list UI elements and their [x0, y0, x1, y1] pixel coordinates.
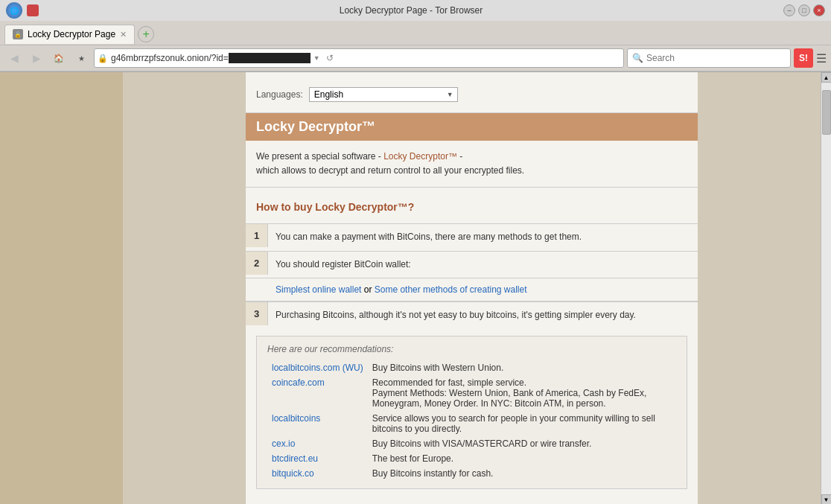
- step-3-row: 3 Purchasing Bitcoins, although it's not…: [246, 302, 698, 328]
- language-section: Languages: English Russian German French…: [246, 80, 698, 112]
- search-input[interactable]: [646, 53, 786, 63]
- sync-icon: S!: [794, 48, 813, 68]
- scroll-thumb[interactable]: [822, 90, 831, 135]
- forward-button[interactable]: ▶: [27, 48, 46, 68]
- url-redacted: [229, 53, 311, 63]
- active-tab[interactable]: 🔒 Locky Decryptor Page ✕: [4, 25, 135, 44]
- rec-link-btcdirect[interactable]: btcdirect.eu: [272, 453, 318, 464]
- rec-link-localbitcoins-wu[interactable]: localbitcoins.com (WU): [272, 363, 363, 373]
- rec-table: localbitcoins.com (WU) Buy Bitcoins with…: [267, 360, 676, 481]
- language-select-wrapper[interactable]: English Russian German French Spanish: [309, 87, 458, 102]
- window-controls[interactable]: – □ ×: [783, 4, 825, 16]
- tab-bar: 🔒 Locky Decryptor Page ✕ +: [0, 21, 831, 45]
- rec-desc-1a: Recommended for fast, simple service.: [372, 377, 526, 388]
- maximize-button[interactable]: □: [798, 4, 810, 16]
- minimize-button[interactable]: –: [783, 4, 795, 16]
- rec-title: Here are our recommendations:: [267, 344, 676, 354]
- intro-line2: which allows to decrypt and return contr…: [256, 165, 524, 176]
- url-security-icon: 🔒: [98, 54, 108, 63]
- step-2-content: You should register BitCoin wallet:: [268, 252, 698, 278]
- browser-chrome: 🌐 Locky Decryptor Page - Tor Browser – □…: [0, 0, 831, 72]
- home-button[interactable]: 🏠: [49, 48, 69, 68]
- other-wallet-link[interactable]: Some other methods of creating wallet: [375, 284, 527, 295]
- scroll-down-button[interactable]: ▼: [821, 494, 832, 504]
- table-row: btcdirect.eu The best for Europe.: [267, 451, 676, 466]
- rec-link-cex[interactable]: cex.io: [272, 438, 295, 449]
- tab-close-button[interactable]: ✕: [120, 30, 127, 39]
- url-refresh-button[interactable]: ↺: [326, 53, 334, 63]
- search-bar[interactable]: 🔍: [627, 48, 791, 68]
- step-1-content: You can make a payment with BitCoins, th…: [268, 224, 698, 250]
- intro-dash: -: [457, 151, 462, 162]
- step-3-number: 3: [246, 302, 268, 325]
- url-text: g46mbrrzpfszonuk.onion/?id=: [111, 53, 311, 63]
- search-icon: 🔍: [632, 53, 643, 63]
- steps-section: 1 You can make a payment with BitCoins, …: [246, 223, 698, 328]
- scrollbar[interactable]: ▲ ▼: [821, 72, 831, 504]
- how-to-title: How to buy Locky Decryptor™?: [256, 197, 687, 220]
- close-button[interactable]: ×: [813, 4, 825, 16]
- firefox-icon: [27, 4, 39, 16]
- rec-desc-1b: Payment Methods: Western Union, Bank of …: [372, 388, 647, 409]
- intro-line1-prefix: We present a special software -: [256, 151, 383, 162]
- page-content: Languages: English Russian German French…: [123, 72, 821, 504]
- tor-logo: 🌐: [6, 2, 22, 19]
- intro-section: We present a special software - Locky De…: [246, 141, 698, 187]
- rec-desc-4: The best for Europe.: [368, 451, 676, 466]
- page-title: Locky Decryptor™: [256, 119, 375, 134]
- how-to-section: How to buy Locky Decryptor™?: [246, 188, 698, 223]
- step-2-number: 2: [246, 252, 268, 275]
- wallet-links-row: Simplest online wallet or Some other met…: [246, 278, 698, 302]
- scroll-up-button[interactable]: ▲: [821, 72, 832, 83]
- step-2-row: 2 You should register BitCoin wallet:: [246, 251, 698, 278]
- table-row: localbitcoins Service allows you to sear…: [267, 411, 676, 436]
- tab-label: Locky Decryptor Page: [28, 29, 115, 39]
- rec-desc-5: Buy Bitcoins instantly for cash.: [368, 466, 676, 481]
- tab-favicon: 🔒: [13, 29, 23, 39]
- language-label: Languages:: [256, 89, 303, 100]
- bookmark-button[interactable]: ★: [71, 48, 91, 68]
- intro-text: We present a special software - Locky De…: [256, 150, 687, 178]
- left-sidebar: [0, 72, 123, 504]
- title-bar: 🌐 Locky Decryptor Page - Tor Browser – □…: [0, 0, 831, 21]
- content-inner: Languages: English Russian German French…: [246, 72, 698, 504]
- page-wrapper: Languages: English Russian German French…: [0, 72, 831, 504]
- rec-desc-1: Recommended for fast, simple service. Pa…: [368, 375, 676, 411]
- table-row: cex.io Buy Bitcoins with VISA/MASTERCARD…: [267, 436, 676, 451]
- rec-desc-0: Buy Bitcoins with Western Union.: [368, 360, 676, 375]
- window-title: Locky Decryptor Page - Tor Browser: [39, 5, 783, 16]
- back-button[interactable]: ◀: [4, 48, 24, 68]
- table-row: bitquick.co Buy Bitcoins instantly for c…: [267, 466, 676, 481]
- menu-button[interactable]: ☰: [816, 51, 827, 66]
- rec-desc-3: Buy Bitcoins with VISA/MASTERCARD or wir…: [368, 436, 676, 451]
- rec-link-coincafe[interactable]: coincafe.com: [272, 377, 325, 388]
- language-select[interactable]: English Russian German French Spanish: [309, 87, 458, 102]
- page-header: Locky Decryptor™: [246, 113, 698, 141]
- recommendations-section: Here are our recommendations: localbitco…: [256, 336, 687, 489]
- step-1-row: 1 You can make a payment with BitCoins, …: [246, 223, 698, 250]
- rec-desc-2: Service allows you to search for people …: [368, 411, 676, 436]
- locky-link[interactable]: Locky Decryptor™: [383, 151, 457, 162]
- simplest-wallet-link[interactable]: Simplest online wallet: [276, 284, 361, 295]
- wallet-links-connector: or: [361, 284, 374, 295]
- rec-link-localbitcoins[interactable]: localbitcoins: [272, 413, 320, 424]
- nav-bar: ◀ ▶ 🏠 ★ 🔒 g46mbrrzpfszonuk.onion/?id= ▼ …: [0, 45, 831, 71]
- step-3-content: Purchasing Bitcoins, although it's not y…: [268, 302, 698, 328]
- table-row: coincafe.com Recommended for fast, simpl…: [267, 375, 676, 411]
- table-row: localbitcoins.com (WU) Buy Bitcoins with…: [267, 360, 676, 375]
- scroll-track[interactable]: [821, 83, 832, 494]
- rec-link-bitquick[interactable]: bitquick.co: [272, 468, 314, 479]
- url-dropdown-button[interactable]: ▼: [313, 54, 320, 62]
- new-tab-button[interactable]: +: [138, 26, 154, 42]
- step-1-number: 1: [246, 224, 268, 247]
- url-bar[interactable]: 🔒 g46mbrrzpfszonuk.onion/?id= ▼ ↺: [94, 48, 624, 68]
